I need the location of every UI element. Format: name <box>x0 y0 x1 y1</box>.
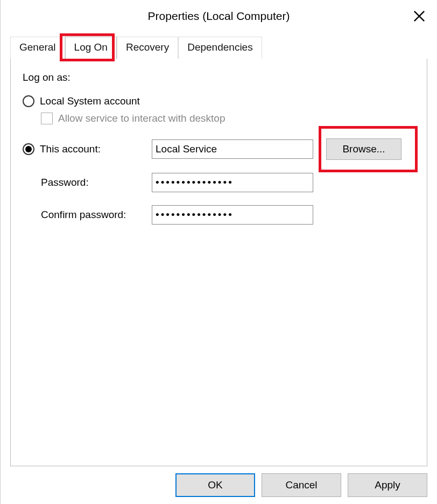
cancel-button[interactable]: Cancel <box>262 473 341 497</box>
tab-recovery[interactable]: Recovery <box>117 37 178 59</box>
this-account-row: This account: Browse... <box>23 138 415 160</box>
window-title: Properties (Local Computer) <box>148 10 290 23</box>
confirm-password-row: Confirm password: <box>23 205 415 225</box>
password-input[interactable] <box>152 173 313 192</box>
tab-log-on[interactable]: Log On <box>65 37 117 59</box>
apply-button[interactable]: Apply <box>348 473 427 497</box>
close-button[interactable] <box>407 5 432 27</box>
password-label: Password: <box>23 177 152 188</box>
log-on-as-label: Log on as: <box>23 72 415 83</box>
account-name-input[interactable] <box>152 139 313 159</box>
confirm-password-input[interactable] <box>152 205 313 225</box>
allow-interact-row: Allow service to interact with desktop <box>41 113 415 124</box>
tab-content: Log on as: Local System account Allow se… <box>10 59 427 466</box>
allow-interact-label: Allow service to interact with desktop <box>58 113 225 124</box>
local-system-row: Local System account <box>23 95 415 107</box>
properties-dialog: Properties (Local Computer) General Log … <box>0 0 437 504</box>
radio-dot-icon <box>25 146 32 152</box>
close-icon <box>413 10 425 22</box>
tab-general[interactable]: General <box>10 37 65 59</box>
dialog-button-bar: OK Cancel Apply <box>1 466 437 504</box>
tab-dependencies[interactable]: Dependencies <box>178 37 262 59</box>
this-account-label: This account: <box>40 143 101 155</box>
password-row: Password: <box>23 173 415 192</box>
title-bar: Properties (Local Computer) <box>1 0 437 32</box>
allow-interact-checkbox[interactable] <box>41 113 53 124</box>
this-account-radio[interactable] <box>23 143 34 155</box>
confirm-password-label: Confirm password: <box>23 209 152 221</box>
local-system-radio[interactable] <box>23 95 34 107</box>
browse-button[interactable]: Browse... <box>326 138 401 160</box>
tab-strip: General Log On Recovery Dependencies <box>1 32 437 59</box>
local-system-label: Local System account <box>40 95 140 107</box>
ok-button[interactable]: OK <box>175 473 255 497</box>
